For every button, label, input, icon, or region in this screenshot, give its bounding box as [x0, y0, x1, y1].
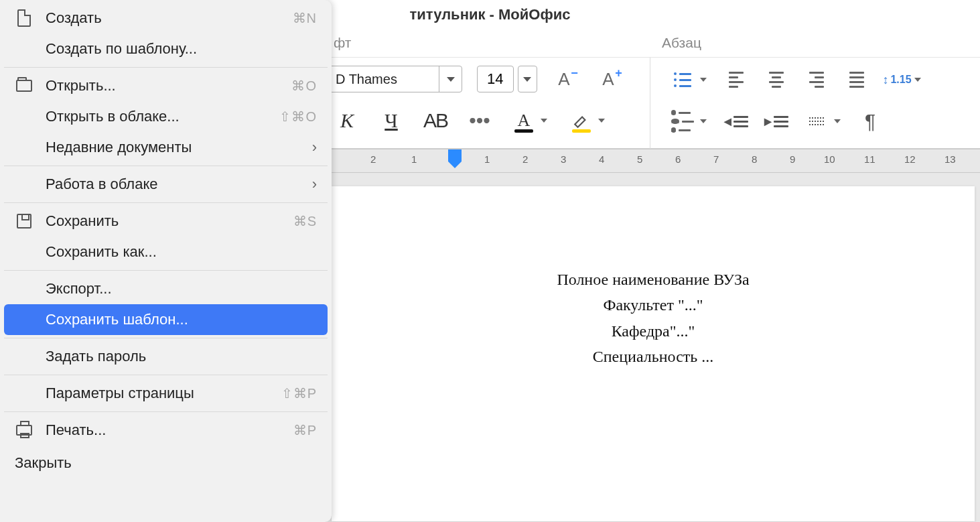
chevron-right-icon: ›: [312, 139, 317, 156]
line-spacing-button[interactable]: ↕1.15: [883, 66, 911, 94]
menu-item-print[interactable]: Печать... ⌘P: [0, 415, 332, 446]
bullet-list-button[interactable]: [669, 66, 697, 94]
paragraph-row2: 1. 1.1 2. ◀ ▶ ¶: [669, 107, 884, 135]
highlight-chevron[interactable]: [595, 107, 608, 134]
align-center-button[interactable]: [762, 66, 790, 94]
menu-item-set-password[interactable]: Задать пароль: [0, 341, 332, 372]
shortcut: ⌘N: [293, 10, 317, 26]
save-icon: [15, 212, 33, 231]
font-name-select[interactable]: D Thames: [328, 66, 462, 92]
highlight-button[interactable]: [568, 107, 595, 134]
folder-icon: [15, 76, 33, 95]
printer-icon: [15, 421, 33, 440]
menu-item-save-as[interactable]: Сохранить как...: [0, 237, 332, 267]
line-spacing-chevron[interactable]: [911, 66, 924, 93]
font-color-chevron[interactable]: [537, 107, 551, 134]
menu-item-cloud-work[interactable]: Работа в облаке ›: [0, 169, 332, 200]
shortcut: ⇧⌘O: [279, 109, 317, 125]
underline-button[interactable]: Ч: [378, 107, 405, 134]
font-size-select[interactable]: 14: [477, 66, 537, 92]
doc-line[interactable]: Кафедра"...": [332, 318, 975, 344]
file-menu: Создать ⌘N Создать по шаблону... Открыть…: [0, 0, 332, 522]
chevron-down-icon: [439, 66, 462, 92]
menu-item-export[interactable]: Экспорт...: [0, 273, 332, 304]
window-title: титульник - МойОфис: [410, 6, 571, 23]
character-spacing-button[interactable]: АВ: [422, 107, 449, 134]
font-name-value: D Thames: [336, 72, 397, 87]
paragraph-row1: ↕1.15: [669, 66, 924, 94]
borders-chevron[interactable]: [831, 108, 844, 135]
document-page[interactable]: Полное наименование ВУЗа Факультет "..."…: [332, 186, 975, 521]
menu-item-page-setup[interactable]: Параметры страницы ⇧⌘P: [0, 378, 332, 409]
menu-item-new-template[interactable]: Создать по шаблону...: [0, 34, 332, 64]
section-label-paragraph: Абзац: [662, 35, 701, 51]
chevron-down-icon: [518, 66, 537, 92]
borders-button[interactable]: [802, 107, 831, 135]
shortcut: ⌘S: [293, 213, 317, 229]
shrink-font-button[interactable]: A−: [549, 66, 579, 92]
align-right-button[interactable]: [802, 66, 831, 94]
menu-item-save-template[interactable]: Сохранить шаблон...: [4, 304, 328, 335]
menu-item-open-cloud[interactable]: Открыть в облаке... ⇧⌘O: [0, 101, 332, 132]
document-icon: [15, 9, 33, 27]
shortcut: ⌘P: [293, 422, 317, 438]
toolbar-separator: [650, 58, 650, 149]
font-size-value: 14: [477, 66, 514, 92]
font-format-group: К Ч АВ ••• А: [334, 107, 608, 134]
italic-button[interactable]: К: [334, 107, 360, 134]
shortcut: ⇧⌘P: [281, 385, 317, 401]
menu-item-close[interactable]: Закрыть: [0, 448, 332, 478]
decrease-indent-button[interactable]: ◀: [722, 107, 750, 135]
increase-indent-button[interactable]: ▶: [762, 107, 790, 135]
menu-item-open[interactable]: Открыть... ⌘O: [0, 70, 332, 101]
numbered-list-chevron[interactable]: [697, 108, 710, 135]
bullet-list-chevron[interactable]: [697, 66, 710, 93]
ruler-indent-marker[interactable]: [448, 149, 462, 161]
more-font-options-button[interactable]: •••: [466, 107, 493, 134]
section-label-font: фт: [334, 35, 351, 51]
numbered-list-button[interactable]: 1. 1.1 2.: [669, 107, 697, 135]
grow-font-button[interactable]: A+: [593, 66, 623, 92]
chevron-right-icon: ›: [312, 176, 317, 193]
show-formatting-button[interactable]: ¶: [856, 107, 884, 135]
align-left-button[interactable]: [722, 66, 750, 94]
doc-line[interactable]: Факультет "...": [332, 292, 975, 318]
menu-item-recent[interactable]: Недавние документы ›: [0, 132, 332, 163]
font-color-button[interactable]: А: [510, 107, 537, 134]
shortcut: ⌘O: [291, 78, 317, 94]
doc-line[interactable]: Полное наименование ВУЗа: [332, 267, 975, 292]
menu-item-save[interactable]: Сохранить ⌘S: [0, 206, 332, 237]
menu-item-new[interactable]: Создать ⌘N: [0, 3, 332, 34]
highlighter-icon: [573, 112, 590, 129]
align-justify-button[interactable]: [843, 66, 871, 94]
doc-line[interactable]: Специальность ...: [332, 344, 975, 369]
